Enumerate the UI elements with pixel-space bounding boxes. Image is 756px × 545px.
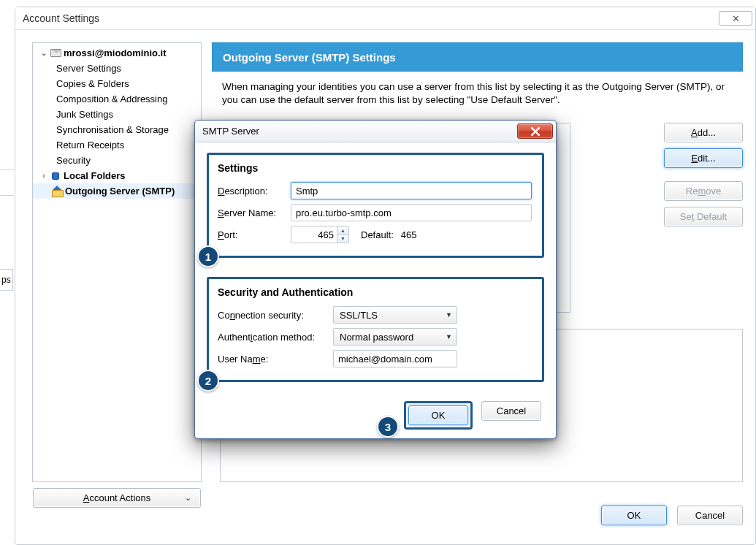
default-port-label: Default: <box>361 229 394 240</box>
server-buttons: Add... Edit... Remove Set Default <box>664 123 743 232</box>
tree-item-outgoing-smtp[interactable]: Outgoing Server (SMTP) <box>33 183 201 199</box>
step-badge-3: 3 <box>377 416 399 438</box>
tree-account-row[interactable]: ⌄ mrossi@miodominio.it <box>33 45 201 61</box>
tree-account-label: mrossi@miodominio.it <box>62 47 167 58</box>
server-name-input[interactable] <box>291 204 532 221</box>
tree-item-sync[interactable]: Synchronisation & Storage <box>33 122 201 137</box>
edit-button[interactable]: Edit... <box>664 148 743 168</box>
step-badge-2: 2 <box>197 370 219 392</box>
tree-item-junk[interactable]: Junk Settings <box>33 107 201 122</box>
close-icon <box>530 126 541 137</box>
connection-security-select[interactable]: SSL/TLS▼ <box>333 306 457 324</box>
outgoing-icon <box>50 187 64 196</box>
modal-close-button[interactable] <box>517 123 553 139</box>
port-label: Port: <box>218 229 291 240</box>
cancel-button[interactable]: Cancel <box>677 506 743 525</box>
account-actions-dropdown[interactable]: Account Actions ⌄ <box>33 488 201 508</box>
tree-item-composition[interactable]: Composition & Addressing <box>33 91 201 107</box>
security-group-title: Security and Authentication <box>218 286 533 298</box>
mail-icon <box>49 49 62 57</box>
description-input[interactable] <box>291 182 532 199</box>
dialog-footer: OK Cancel <box>601 506 743 525</box>
modal-title: SMTP Server <box>202 126 259 137</box>
stray-divider-bottom <box>0 290 14 535</box>
port-spinner[interactable]: ▲▼ <box>337 226 348 243</box>
ok-button[interactable]: OK <box>601 506 667 525</box>
chevron-down-icon: ▼ <box>446 311 452 319</box>
auth-method-label: Authentication method: <box>218 332 333 343</box>
accounts-tree: ⌄ mrossi@miodominio.it Server Settings C… <box>32 42 202 482</box>
account-actions-label: Account Actions <box>83 492 151 503</box>
modal-cancel-button[interactable]: Cancel <box>481 401 541 421</box>
window-close-button[interactable]: ✕ <box>719 11 752 26</box>
settings-group-title: Settings <box>218 162 533 174</box>
user-name-input[interactable] <box>333 350 457 367</box>
set-default-button: Set Default <box>664 207 743 226</box>
tree-item-server-settings[interactable]: Server Settings <box>33 61 201 76</box>
spin-up-icon[interactable]: ▲ <box>337 226 348 235</box>
tree-item-receipts[interactable]: Return Receipts <box>33 137 201 153</box>
modal-titlebar: SMTP Server <box>195 121 556 142</box>
smtp-server-dialog: SMTP Server Settings Description: Server… <box>194 120 557 439</box>
collapse-icon[interactable]: ⌄ <box>39 49 49 57</box>
tree-item-local-folders[interactable]: › Local Folders <box>33 168 201 183</box>
auth-method-select[interactable]: Normal password▼ <box>333 328 457 346</box>
chevron-down-icon: ⌄ <box>185 493 191 503</box>
section-header: Outgoing Server (SMTP) Settings <box>212 42 743 72</box>
window-titlebar: Account Settings ✕ <box>15 7 755 30</box>
section-description: When managing your identities you can us… <box>212 72 743 114</box>
window-title: Account Settings <box>23 12 99 24</box>
connection-security-label: Connection security: <box>218 310 333 321</box>
description-label: Description: <box>218 186 291 197</box>
modal-ok-button[interactable]: OK <box>408 405 468 425</box>
user-name-label: User Name: <box>218 354 333 365</box>
default-port-value: 465 <box>401 229 417 240</box>
add-button[interactable]: Add... <box>664 123 743 142</box>
step-badge-1: 1 <box>197 245 219 267</box>
stray-divider-top <box>0 169 14 196</box>
security-group: Security and Authentication Connection s… <box>207 277 544 382</box>
spin-down-icon[interactable]: ▼ <box>337 235 348 243</box>
remove-button: Remove <box>664 181 743 201</box>
stray-tab: ps <box>0 269 13 291</box>
modal-footer: OK 3 Cancel <box>207 401 544 430</box>
monitor-icon <box>49 172 62 180</box>
ok-highlight-ring: OK 3 <box>404 401 473 430</box>
tree-item-security[interactable]: Security <box>33 153 201 168</box>
chevron-down-icon: ▼ <box>446 333 452 340</box>
server-name-label: Server Name: <box>218 207 291 218</box>
settings-group: Settings Description: Server Name: Port:… <box>207 153 544 258</box>
tree-item-copies-folders[interactable]: Copies & Folders <box>33 76 201 91</box>
expand-icon[interactable]: › <box>39 172 49 180</box>
